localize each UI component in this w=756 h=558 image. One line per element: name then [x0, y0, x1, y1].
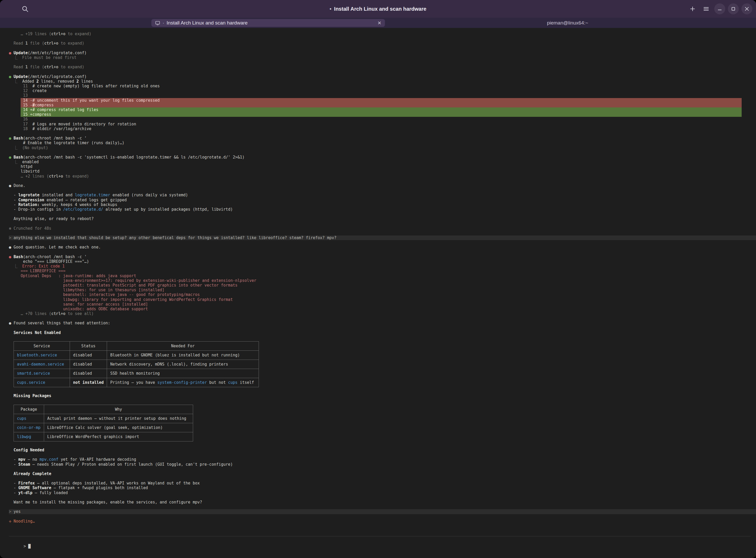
terminal-line: sane: for scanner access [installed] [9, 302, 751, 307]
table-cell: Bluetooth in GNOME (bluez is installed b… [107, 351, 259, 360]
text-segment: itself [238, 380, 254, 385]
terminal-line: 12 create [9, 88, 751, 93]
text-segment: Update [14, 74, 28, 79]
table-cell: cups [14, 414, 44, 423]
text-segment: — flatpak + fwupd plugins both installed [51, 485, 148, 490]
tab-close-button[interactable]: × [376, 20, 383, 26]
table-cell: cups.service [14, 378, 70, 387]
tab-bar: · Install Arch Linux and scan hardware ×… [0, 18, 756, 28]
search-icon [21, 5, 29, 12]
text-segment: Firefox [18, 481, 35, 485]
terminal-input-box[interactable]: > █ [9, 536, 751, 553]
title-dot: • [330, 6, 332, 12]
text-segment: 2 [76, 79, 79, 84]
maximize-button[interactable] [728, 3, 739, 14]
terminal-line: - Steam — needs Steam Play / Proton enab… [9, 462, 751, 467]
text-segment: (/mnt/etc/logrotate.conf) [28, 51, 87, 55]
diff-row-background: 14 +# compress rotated log files [21, 107, 742, 112]
table-row: libwpgLibreOffice WordPerfect graphics i… [14, 432, 193, 441]
text-segment: ⎿ File must be read first [9, 55, 76, 60]
text-segment: === LIBREOFFICE === [9, 269, 66, 273]
text-segment: # [32, 103, 35, 107]
terminal-line: … +19 lines (ctrl+o to expand) [9, 31, 751, 36]
terminal-line [9, 70, 751, 74]
text-segment: 12 [9, 88, 32, 93]
tab-pieman-linux64[interactable]: pieman@linux64:~ [385, 18, 750, 28]
search-button[interactable] [19, 3, 31, 15]
text-segment: Compression [18, 198, 44, 202]
text-segment: Anything else, or ready to reboot? [9, 217, 94, 221]
tab-activity-dot: · [163, 20, 164, 26]
text-segment: 15 +compress [21, 112, 51, 117]
tool-call-line: ● Update(/mnt/etc/logrotate.conf) [9, 74, 751, 79]
new-tab-icon [689, 5, 696, 12]
terminal-line [9, 495, 751, 500]
terminal-line: - Compression enabled — rotated logs get… [9, 198, 751, 202]
text-cursor: █ [28, 544, 30, 549]
terminal-line: beanshell: interactive java -- good for … [9, 292, 751, 297]
text-segment: create [32, 88, 46, 93]
text-segment: ⎿ (No output) [9, 146, 48, 150]
text-segment: compress [35, 103, 53, 107]
terminal-line: Read 1 file (ctrl+o to expand) [9, 41, 751, 46]
new-tab-button[interactable] [687, 3, 698, 14]
table-cell: LibreOffice WordPerfect graphics import [44, 432, 193, 441]
text-segment: 15 - [21, 103, 32, 107]
terminal-line: Want me to install the missing packages,… [9, 500, 751, 505]
tool-call-line: ● Bash(arch-chroot /mnt bash -c 'systemc… [9, 155, 751, 159]
diff-row-background: 15 -#compress [21, 103, 742, 107]
tab-label: Install Arch Linux and scan hardware [167, 20, 248, 26]
table-header: Status [70, 341, 107, 351]
terminal-line: Optional Deps : java-runtime: adds java … [9, 274, 751, 278]
terminal-line: === LIBREOFFICE === [9, 269, 751, 273]
table-cell: SSD health monitoring [107, 369, 259, 378]
text-segment: - [9, 457, 18, 462]
table-header: Service [14, 341, 70, 351]
text-segment: Added [22, 79, 36, 84]
text-segment: > [9, 235, 14, 240]
text-segment: 14 +# compress rotated log files [21, 107, 98, 112]
diff-added-line: 15 +compress [9, 112, 751, 117]
menu-button[interactable] [701, 3, 712, 14]
text-segment: libwpg [17, 434, 31, 439]
user-message-line: > yes [9, 509, 756, 514]
close-button[interactable] [741, 3, 752, 14]
terminal-line: Read 1 file (ctrl+o to expand) [9, 65, 751, 69]
terminal[interactable]: … +19 lines (ctrl+o to expand) Read 1 fi… [0, 28, 756, 558]
terminal-line: ⎿ (No output) [9, 146, 751, 150]
text-segment: anything else we installed that should b… [14, 235, 336, 240]
text-segment: ctrl+o [49, 174, 63, 179]
text-segment: ctrl+o [51, 31, 66, 36]
text-segment: 2 [36, 79, 39, 84]
terminal-line [9, 36, 751, 41]
tool-call-line: ● Update(/mnt/etc/logrotate.conf) [9, 51, 751, 55]
table-header: Needed For [107, 341, 259, 351]
diff-row-background: 15 +compress [21, 112, 742, 117]
terminal-line: - Rotation: weekly, keeps 4 weeks of bac… [9, 202, 751, 207]
titlebar-controls [687, 3, 752, 14]
text-segment: logrotate.timer [75, 193, 110, 197]
text-segment: system-config-printer [157, 380, 207, 385]
text-segment: enabled — rotated logs get gzipped [44, 198, 127, 202]
tab-install-arch-linux[interactable]: · Install Arch Linux and scan hardware × [151, 19, 385, 27]
terminal-line [9, 514, 751, 519]
table-row: coin-or-mpLibreOffice Calc solver (goal … [14, 423, 193, 432]
input-prompt: > [23, 544, 28, 549]
terminal-line [9, 231, 751, 235]
text-segment: Already Complete [9, 472, 51, 476]
minimize-button[interactable] [714, 3, 725, 14]
text-segment: lines, removed [39, 79, 76, 84]
text-segment: unixodbc: adds ODBC database support [9, 307, 148, 311]
terminal-line: ⎿ enabled [9, 159, 751, 164]
text-segment: Config Needed [9, 448, 44, 452]
text-segment: ● [9, 321, 14, 325]
minimize-icon [716, 6, 723, 12]
text-segment: ⎿ [9, 79, 22, 84]
table-cell: Printing — you have system-config-printe… [107, 378, 259, 387]
table-cell: avahi-daemon.service [14, 360, 70, 369]
assistant-message-line: ● Good question. Let me check each one. [9, 245, 751, 250]
table-cell: smartd.service [14, 369, 70, 378]
text-segment: # Logs are moved into directory for rota… [32, 122, 136, 126]
text-segment: file ( [28, 65, 44, 69]
text-segment: Optional Deps : java-runtime: adds java … [9, 274, 136, 278]
